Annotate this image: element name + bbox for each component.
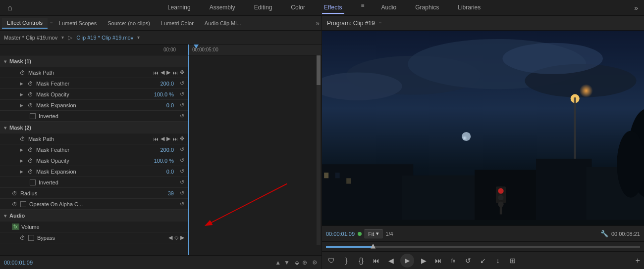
bypass-stopwatch-icon[interactable]: ⏱ [20, 235, 25, 241]
bottom-scroll-up-icon[interactable]: ▲ [275, 259, 281, 266]
effects-menu-icon[interactable]: ≡ [361, 2, 365, 14]
mask1-expansion-value[interactable]: 0.0 [166, 102, 174, 108]
playback-bar[interactable] [322, 241, 644, 251]
bypass-next-icon[interactable]: ▶ [180, 234, 184, 241]
nav-editing[interactable]: Editing [252, 2, 274, 14]
radius-value[interactable]: 39 [168, 190, 174, 196]
go-to-out-icon[interactable]: ⏭ [433, 257, 444, 265]
radius-stopwatch-icon[interactable]: ⏱ [12, 190, 17, 196]
tab-source[interactable]: Source: (no clips) [103, 18, 155, 28]
mask2-expansion-stopwatch-icon[interactable]: ⏱ [28, 169, 33, 175]
go-to-in-icon[interactable]: ⏮ [371, 257, 381, 265]
overwrite-icon[interactable]: ↓ [492, 257, 503, 265]
mask2-feather-reset-icon[interactable]: ↺ [180, 146, 184, 153]
mask2-opacity-value[interactable]: 100.0 % [154, 158, 174, 164]
add-button-icon[interactable]: + [636, 256, 640, 265]
mask1-inverted-checkbox[interactable] [30, 113, 36, 119]
operate-alpha-stopwatch-icon[interactable]: ⏱ [12, 201, 17, 207]
mask1-opacity-expand-icon[interactable]: ▶ [20, 92, 26, 97]
tab-lumetri-color[interactable]: Lumetri Color [156, 18, 199, 28]
mask2-inverted-reset-icon[interactable]: ↺ [180, 179, 184, 185]
mask1-section[interactable]: ▾ Mask (1) [0, 55, 188, 67]
mark-out-icon[interactable]: } [341, 257, 352, 265]
bottom-settings-icon[interactable]: ⚙ [312, 259, 318, 266]
radius-reset-icon[interactable]: ↺ [180, 190, 184, 196]
mask1-path-stopwatch-icon[interactable]: ⏱ [20, 70, 25, 76]
bypass-add-kf-icon[interactable]: ◇ [174, 234, 178, 241]
mask1-inverted-reset-icon[interactable]: ↺ [180, 113, 184, 119]
mask1-opacity-reset-icon[interactable]: ↺ [180, 91, 184, 97]
mask2-section[interactable]: ▾ Mask (2) [0, 122, 188, 134]
operate-alpha-checkbox[interactable] [20, 201, 26, 207]
timeline-scrollbar[interactable] [317, 55, 321, 245]
mask2-expansion-expand-icon[interactable]: ▶ [20, 169, 26, 174]
mask1-path-next-icon[interactable]: ⏭ [172, 70, 178, 76]
mask1-expansion-stopwatch-icon[interactable]: ⏱ [28, 102, 33, 108]
active-clip-dropdown[interactable]: ▾ [137, 35, 140, 40]
nav-graphics[interactable]: Graphics [413, 2, 441, 14]
mask1-path-play-icon[interactable]: ▶ [166, 69, 170, 76]
nav-audio[interactable]: Audio [379, 2, 399, 14]
bottom-export-icon[interactable]: ⊕ [302, 259, 307, 266]
wrench-icon[interactable]: 🔧 [600, 230, 608, 237]
mask1-feather-value[interactable]: 200.0 [160, 81, 174, 87]
mark-clip-icon[interactable]: {} [356, 257, 367, 265]
mask2-path-prev-icon[interactable]: ◀ [161, 135, 164, 142]
export-icon[interactable]: ⊞ [507, 257, 518, 265]
tab-lumetri-scopes[interactable]: Lumetri Scopes [54, 18, 102, 28]
progress-track[interactable] [326, 246, 640, 248]
more-button[interactable]: » [628, 4, 644, 12]
mask1-path-keyframe-first-icon[interactable]: ⏮ [153, 70, 159, 76]
nav-effects[interactable]: Effects [322, 2, 344, 14]
mask2-path-keyframe-first-icon[interactable]: ⏮ [153, 136, 159, 142]
home-icon[interactable]: ⌂ [0, 3, 20, 12]
insert-icon[interactable]: ↙ [478, 257, 488, 265]
effect-controls-menu-icon[interactable]: ≡ [50, 20, 53, 26]
nav-assembly[interactable]: Assembly [208, 2, 237, 14]
tab-audio-clip[interactable]: Audio Clip Mi... [200, 18, 246, 28]
time-markers[interactable]: 00:00:05:00 [188, 45, 322, 55]
mask2-opacity-reset-icon[interactable]: ↺ [180, 157, 184, 164]
mask1-feather-expand-icon[interactable]: ▶ [20, 81, 26, 86]
mask2-path-next-icon[interactable]: ⏭ [172, 136, 178, 142]
tab-effect-controls[interactable]: Effect Controls [2, 18, 48, 29]
master-clip-dropdown[interactable]: ▾ [61, 35, 64, 40]
audio-section[interactable]: ▾ Audio [0, 210, 188, 222]
fit-dropdown[interactable]: Fit ▾ [365, 229, 382, 238]
mask1-expansion-reset-icon[interactable]: ↺ [180, 102, 184, 108]
operate-alpha-reset-icon[interactable]: ↺ [180, 201, 184, 207]
mask2-path-stopwatch-icon[interactable]: ⏱ [20, 136, 25, 142]
mask1-path-add-icon[interactable]: ✤ [180, 69, 184, 76]
fx-icon[interactable]: fx [448, 258, 459, 264]
mask2-inverted-checkbox[interactable] [30, 179, 36, 185]
tabs-more-icon[interactable]: » [316, 19, 320, 27]
mask2-feather-expand-icon[interactable]: ▶ [20, 147, 26, 152]
bypass-checkbox[interactable] [28, 235, 34, 241]
nav-libraries[interactable]: Libraries [456, 2, 483, 14]
mask2-opacity-expand-icon[interactable]: ▶ [20, 158, 26, 163]
bottom-scroll-down-icon[interactable]: ▼ [284, 259, 290, 266]
step-back-icon[interactable]: ◀ [385, 257, 396, 265]
mask1-feather-reset-icon[interactable]: ↺ [180, 80, 184, 87]
nav-color[interactable]: Color [289, 2, 307, 14]
mask2-opacity-stopwatch-icon[interactable]: ⏱ [28, 158, 33, 164]
bypass-prev-icon[interactable]: ◀ [168, 234, 172, 241]
loop-icon[interactable]: ↺ [463, 257, 474, 265]
timeline-scrollbar-thumb[interactable] [317, 55, 321, 85]
mask2-feather-stopwatch-icon[interactable]: ⏱ [28, 147, 33, 153]
nav-learning[interactable]: Learning [165, 2, 193, 14]
mask1-path-prev-icon[interactable]: ◀ [161, 69, 164, 76]
bottom-add-keyframe-icon[interactable]: ⬙ [295, 259, 299, 266]
play-button[interactable]: ▶ [400, 254, 414, 268]
mask2-feather-value[interactable]: 200.0 [160, 147, 174, 153]
mask2-expansion-value[interactable]: 0.0 [166, 169, 174, 175]
mask1-opacity-value[interactable]: 100.0 % [154, 91, 174, 97]
mark-in-icon[interactable]: 🛡 [326, 257, 337, 265]
program-menu-icon[interactable]: ≡ [379, 20, 382, 26]
mask2-path-play-icon[interactable]: ▶ [166, 135, 170, 142]
step-fwd-icon[interactable]: ▶ [418, 257, 429, 265]
mask1-expansion-expand-icon[interactable]: ▶ [20, 103, 26, 108]
mask2-path-add-icon[interactable]: ✤ [180, 135, 184, 142]
mask1-opacity-stopwatch-icon[interactable]: ⏱ [28, 91, 33, 97]
mask2-expansion-reset-icon[interactable]: ↺ [180, 168, 184, 175]
